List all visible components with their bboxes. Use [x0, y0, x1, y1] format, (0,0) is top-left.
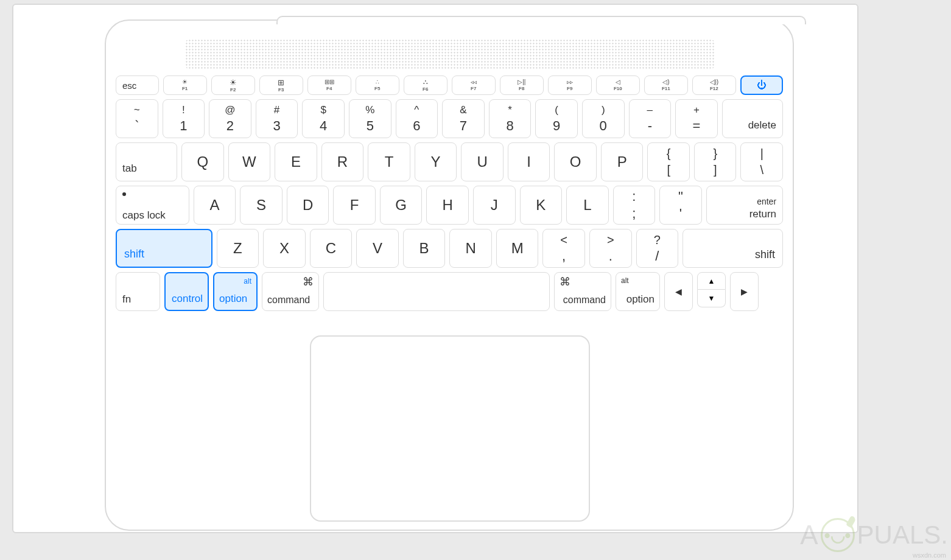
key-l[interactable]: L — [566, 186, 609, 225]
key-label: D — [303, 197, 313, 214]
key-f8-play-pause[interactable]: ▷||F8 — [500, 75, 544, 95]
key-m[interactable]: M — [496, 229, 539, 268]
key-f2-brightness-up[interactable]: ☀F2 — [211, 75, 255, 95]
key-option-right[interactable]: altoption — [616, 272, 660, 311]
key-9[interactable]: (9 — [535, 99, 578, 138]
key-v[interactable]: V — [356, 229, 399, 268]
key-t[interactable]: T — [368, 142, 410, 181]
key-upper: > — [607, 233, 614, 247]
key-punct[interactable]: "' — [659, 186, 702, 225]
key-f[interactable]: F — [333, 186, 376, 225]
key-lower: 2 — [226, 118, 234, 134]
key-f5-keyboard-light-down[interactable]: ∴F5 — [356, 75, 399, 95]
key-option-left[interactable]: altoption — [213, 272, 258, 311]
key-f6-keyboard-light-up[interactable]: ∴F6 — [404, 75, 447, 95]
key-bracket[interactable]: |\ — [740, 142, 783, 181]
key-punct[interactable]: ?/ — [636, 229, 679, 268]
key-punct[interactable]: >. — [589, 229, 632, 268]
key-spacebar[interactable] — [323, 272, 550, 311]
key-f4-launchpad[interactable]: ⊞⊞F4 — [307, 75, 351, 95]
key-3[interactable]: #3 — [256, 99, 298, 138]
key-h[interactable]: H — [426, 186, 469, 225]
key-label: control — [172, 293, 203, 305]
key-arrow-down[interactable]: ▼ — [697, 290, 726, 307]
key-g[interactable]: G — [380, 186, 423, 225]
key-e[interactable]: E — [275, 142, 317, 181]
bottom-row: fn control altoption ⌘command ⌘command a… — [116, 272, 783, 311]
key-w[interactable]: W — [228, 142, 271, 181]
command-icon: ⌘ — [303, 275, 314, 289]
key-z[interactable]: Z — [217, 229, 259, 268]
key-k[interactable]: K — [520, 186, 563, 225]
key-0[interactable]: )0 — [582, 99, 625, 138]
key-n[interactable]: N — [449, 229, 492, 268]
key-control[interactable]: control — [164, 272, 209, 311]
key-arrow-right[interactable]: ▶ — [730, 272, 759, 311]
key-u[interactable]: U — [461, 142, 504, 181]
key-upper: ) — [602, 104, 605, 116]
key-o[interactable]: O — [554, 142, 597, 181]
key-f12-volume-up[interactable]: ◁))F12 — [692, 75, 736, 95]
key-power[interactable]: ⏻ — [740, 75, 783, 95]
key-a[interactable]: A — [194, 186, 236, 225]
key-bracket[interactable]: }] — [694, 142, 737, 181]
key-2[interactable]: @2 — [209, 99, 251, 138]
key-shift-left[interactable]: shift — [116, 229, 212, 268]
key-caps-lock[interactable]: caps lock — [116, 186, 189, 225]
key-backtick[interactable]: ~` — [116, 99, 158, 138]
key-label: K — [536, 197, 546, 214]
key-x[interactable]: X — [263, 229, 306, 268]
key-q[interactable]: Q — [181, 142, 224, 181]
key-f10-mute[interactable]: ◁F10 — [596, 75, 640, 95]
return-label: return — [749, 208, 776, 220]
key-j[interactable]: J — [473, 186, 516, 225]
key-upper: * — [508, 104, 512, 116]
key-lower: 8 — [506, 118, 513, 134]
key-b[interactable]: B — [403, 229, 446, 268]
keyboard: esc ☀︎F1 ☀F2 ⊞F3 ⊞⊞F4 ∴F5 ∴F6 ◃◃F7 ▷||F8… — [116, 75, 783, 315]
key-arrow-up[interactable]: ▲ — [697, 272, 726, 290]
key-label: R — [337, 153, 348, 170]
key-f1-brightness-down[interactable]: ☀︎F1 — [163, 75, 207, 95]
key-i[interactable]: I — [508, 142, 550, 181]
key-bracket[interactable]: {[ — [647, 142, 690, 181]
watermark-brand: PUALS. — [857, 520, 948, 550]
key-tab[interactable]: tab — [116, 142, 177, 181]
key-lower: 6 — [413, 118, 420, 134]
key-escape[interactable]: esc — [116, 75, 159, 95]
key-command-right[interactable]: ⌘command — [554, 272, 611, 311]
key-=[interactable]: += — [675, 99, 718, 138]
key-f3-mission-control[interactable]: ⊞F3 — [259, 75, 303, 95]
key--[interactable]: –- — [629, 99, 672, 138]
laptop-body: esc ☀︎F1 ☀F2 ⊞F3 ⊞⊞F4 ∴F5 ∴F6 ◃◃F7 ▷||F8… — [105, 19, 794, 531]
key-label: esc — [122, 80, 136, 91]
kb-light-high-icon: ∴ — [423, 79, 428, 86]
key-7[interactable]: &7 — [442, 99, 485, 138]
key-y[interactable]: Y — [415, 142, 457, 181]
key-d[interactable]: D — [287, 186, 329, 225]
key-punct[interactable]: <, — [542, 229, 585, 268]
key-5[interactable]: %5 — [349, 99, 391, 138]
key-c[interactable]: C — [310, 229, 353, 268]
key-1[interactable]: !1 — [163, 99, 205, 138]
key-f11-volume-down[interactable]: ◁)F11 — [644, 75, 688, 95]
key-shift-right[interactable]: shift — [683, 229, 783, 268]
trackpad[interactable] — [310, 335, 590, 522]
key-r[interactable]: R — [321, 142, 364, 181]
key-lower: ] — [714, 163, 717, 177]
key-8[interactable]: *8 — [489, 99, 532, 138]
key-p[interactable]: P — [601, 142, 644, 181]
key-return[interactable]: enterreturn — [706, 186, 783, 225]
key-6[interactable]: ^6 — [396, 99, 438, 138]
key-4[interactable]: $4 — [302, 99, 345, 138]
key-f7-rewind[interactable]: ◃◃F7 — [452, 75, 496, 95]
key-arrow-left[interactable]: ◀ — [664, 272, 693, 311]
key-command-left[interactable]: ⌘command — [262, 272, 319, 311]
fn-label: F2 — [230, 87, 236, 93]
key-label: P — [617, 153, 627, 170]
key-fn[interactable]: fn — [116, 272, 160, 311]
key-f9-fast-forward[interactable]: ▹▹F9 — [548, 75, 592, 95]
key-punct[interactable]: :; — [613, 186, 656, 225]
key-delete[interactable]: delete — [722, 99, 783, 138]
key-s[interactable]: S — [240, 186, 282, 225]
